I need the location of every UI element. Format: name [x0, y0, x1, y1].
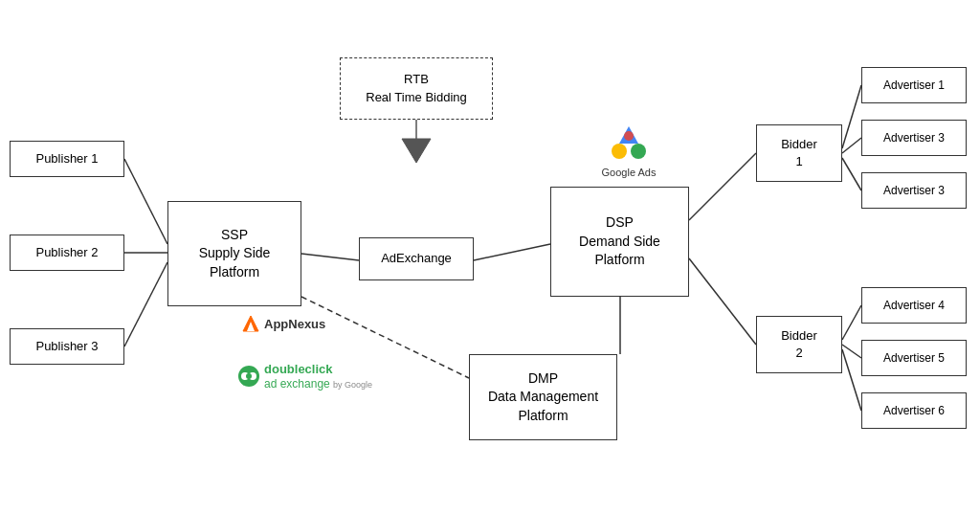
- svg-line-11: [842, 158, 861, 190]
- svg-point-25: [246, 373, 252, 379]
- doubleclick-label: doubleclick: [264, 362, 372, 377]
- doubleclick-sublabel: ad exchange by Google: [264, 377, 372, 391]
- bidder-1-label: Bidder1: [781, 136, 817, 170]
- advertiser-3b-box: Advertiser 3: [861, 172, 967, 209]
- dsp-box: DSPDemand SidePlatform: [550, 187, 689, 297]
- google-ads-label: Google Ads: [602, 167, 657, 178]
- advertiser-1-box: Advertiser 1: [861, 67, 967, 103]
- advertiser-4-box: Advertiser 4: [861, 287, 967, 324]
- appnexus-logo: AppNexus: [241, 314, 325, 333]
- advertiser-6-box: Advertiser 6: [861, 392, 967, 429]
- svg-point-17: [612, 144, 627, 159]
- appnexus-label: AppNexus: [264, 317, 325, 331]
- bidder-1-box: Bidder1: [756, 124, 842, 182]
- svg-marker-15: [402, 120, 431, 163]
- rtb-label: RTBReal Time Bidding: [366, 71, 467, 105]
- advertiser-3a-label: Advertiser 3: [883, 130, 945, 146]
- ssp-box: SSPSupply SidePlatform: [167, 201, 301, 306]
- publisher-2-box: Publisher 2: [10, 235, 124, 271]
- dmp-label: DMPData ManagementPlatform: [488, 369, 598, 426]
- publisher-1-label: Publisher 1: [35, 150, 98, 168]
- google-ads-logo: Google Ads: [590, 124, 667, 180]
- svg-line-5: [689, 153, 756, 220]
- svg-line-3: [301, 254, 359, 260]
- svg-point-19: [624, 131, 634, 141]
- advertiser-3a-box: Advertiser 3: [861, 120, 967, 156]
- publisher-2-label: Publisher 2: [35, 244, 98, 261]
- svg-line-0: [124, 159, 167, 244]
- publisher-1-box: Publisher 1: [10, 141, 124, 177]
- adexchange-box: AdExchange: [359, 237, 474, 280]
- advertiser-6-label: Advertiser 6: [883, 403, 945, 419]
- svg-line-9: [842, 85, 861, 148]
- svg-line-6: [689, 258, 756, 345]
- advertiser-5-box: Advertiser 5: [861, 340, 967, 376]
- publisher-3-box: Publisher 3: [10, 328, 124, 365]
- ssp-label: SSPSupply SidePlatform: [199, 226, 271, 282]
- advertiser-5-label: Advertiser 5: [883, 350, 945, 367]
- svg-line-4: [474, 244, 550, 260]
- doubleclick-logo: doubleclick ad exchange by Google: [237, 362, 372, 391]
- publisher-3-label: Publisher 3: [35, 338, 98, 355]
- svg-point-18: [631, 144, 646, 159]
- dmp-box: DMPData ManagementPlatform: [469, 354, 617, 440]
- svg-line-10: [842, 138, 861, 153]
- bidder-2-label: Bidder2: [781, 327, 817, 362]
- rtb-box: RTBReal Time Bidding: [340, 57, 493, 120]
- svg-line-2: [124, 262, 167, 346]
- advertiser-1-label: Advertiser 1: [883, 78, 945, 94]
- svg-line-12: [842, 305, 861, 340]
- dsp-label: DSPDemand SidePlatform: [579, 213, 660, 270]
- svg-line-13: [842, 345, 861, 358]
- svg-line-14: [842, 349, 861, 411]
- adexchange-label: AdExchange: [381, 250, 452, 267]
- bidder-2-box: Bidder2: [756, 316, 842, 373]
- advertiser-4-label: Advertiser 4: [883, 298, 945, 314]
- diagram: RTBReal Time Bidding Publisher 1 Publish…: [0, 0, 980, 514]
- advertiser-3b-label: Advertiser 3: [883, 183, 945, 199]
